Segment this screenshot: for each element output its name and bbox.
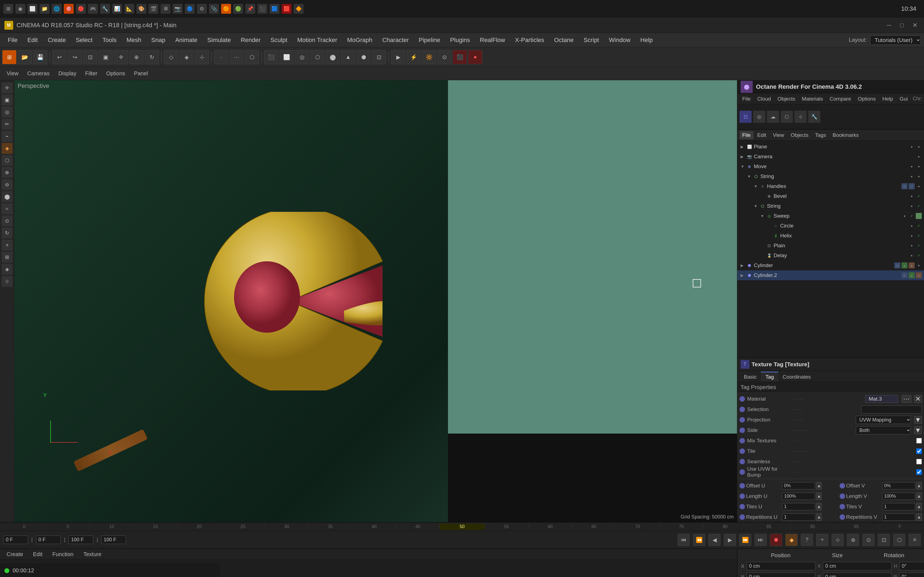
tiles-v-input[interactable]: [882, 503, 915, 510]
menu-pipeline[interactable]: Pipeline: [414, 35, 445, 45]
rep-v-input[interactable]: [882, 514, 915, 521]
tree-item-delay[interactable]: ⌛ Delay ● ✓: [737, 251, 924, 261]
tree-item-cylinder[interactable]: ▶ ⬢ Cylinder ⊡ ▲ ◈ ●: [737, 261, 924, 270]
menu-plugins[interactable]: Plugins: [446, 35, 474, 45]
tool-weld[interactable]: ⊙: [2, 215, 13, 226]
toolbar-scale[interactable]: ⊕: [129, 50, 144, 64]
toolbar-model[interactable]: ◇: [164, 50, 178, 64]
tool-extra2[interactable]: ⊞: [2, 252, 13, 263]
dlflag2[interactable]: ✓: [916, 253, 922, 259]
size-x-input[interactable]: [823, 562, 892, 571]
tile-checkbox[interactable]: [916, 448, 922, 454]
anim-btn1[interactable]: +: [816, 534, 828, 546]
taskbar-icon-3[interactable]: 📁: [40, 4, 50, 14]
play-to-start[interactable]: ⏮: [678, 534, 690, 546]
toolbar-render5[interactable]: ⬛: [453, 50, 467, 64]
view-tab-cameras[interactable]: Cameras: [24, 69, 53, 78]
menu-motiontracker[interactable]: Motion Tracker: [293, 35, 342, 45]
oct-icon-1[interactable]: ⊡: [740, 111, 751, 123]
taskbar-icon-7[interactable]: 🎮: [88, 4, 98, 14]
flag-vis[interactable]: ●: [909, 144, 915, 150]
taskbar-icon-11[interactable]: 🎨: [136, 4, 146, 14]
cylflag2[interactable]: ▲: [901, 263, 908, 268]
toolbar-obj5[interactable]: ⬤: [326, 50, 340, 64]
tiles-v-up[interactable]: ▲: [916, 503, 922, 511]
tool-select1[interactable]: ▣: [2, 95, 13, 105]
oct-icon-5[interactable]: ⊹: [795, 111, 806, 123]
toolbar-texture[interactable]: ◈: [179, 50, 194, 64]
menu-select[interactable]: Select: [71, 35, 97, 45]
material-browse-btn[interactable]: ⋯: [901, 395, 911, 403]
play-to-end[interactable]: ⏭: [754, 534, 767, 546]
menu-character[interactable]: Character: [378, 35, 414, 45]
octane-menu-compare[interactable]: Compare: [827, 95, 854, 103]
cyl2flag2[interactable]: ▲: [909, 272, 915, 278]
frame-field[interactable]: [3, 535, 28, 544]
menu-script[interactable]: Script: [579, 35, 603, 45]
anim-btn5[interactable]: ⊡: [878, 534, 890, 546]
anim-btn7[interactable]: ≡: [909, 534, 921, 546]
obj-tab-edit[interactable]: Edit: [754, 131, 769, 139]
offset-v-up[interactable]: ▲: [916, 482, 922, 490]
layout-select[interactable]: Tutorials (User): [870, 35, 921, 45]
toolbar-move[interactable]: ✛: [114, 50, 128, 64]
hxflag1[interactable]: ●: [909, 233, 915, 239]
max-frame-field[interactable]: [101, 535, 126, 544]
toolbar-new[interactable]: ⊞: [2, 50, 16, 64]
toolbar-obj6[interactable]: ▲: [341, 50, 355, 64]
oct-icon-4[interactable]: ⬡: [781, 111, 793, 123]
toolbar-open[interactable]: 📂: [18, 50, 32, 64]
octane-menu-file[interactable]: File: [740, 95, 753, 103]
tool-extra3[interactable]: ◈: [2, 264, 13, 275]
tool-bevel[interactable]: ⊕: [2, 167, 13, 178]
toolbar-render4[interactable]: ⊙: [437, 50, 452, 64]
side-select[interactable]: Both: [856, 426, 911, 434]
view-tab-view[interactable]: View: [3, 69, 22, 78]
flag-render[interactable]: ●: [916, 144, 922, 150]
swflag3[interactable]: [916, 213, 922, 219]
oct-icon-2[interactable]: ◎: [753, 111, 765, 123]
taskbar-icon-5[interactable]: 🎯: [64, 4, 74, 14]
view-tab-filter[interactable]: Filter: [82, 69, 101, 78]
toolbar-obj7[interactable]: ⬢: [356, 50, 371, 64]
taskbar-icon-14[interactable]: 📷: [173, 4, 183, 14]
taskbar-icon-6[interactable]: 🔴: [76, 4, 86, 14]
record-btn[interactable]: ⏺: [770, 534, 782, 546]
hflag3[interactable]: ●: [916, 183, 922, 189]
menu-create[interactable]: Create: [43, 35, 70, 45]
cflag1[interactable]: ●: [909, 223, 915, 229]
tool-select2[interactable]: ◎: [2, 106, 13, 118]
pflag1[interactable]: ●: [909, 243, 915, 249]
toolbar-undo[interactable]: ↩: [52, 50, 66, 64]
tool-bridge[interactable]: ⊖: [2, 179, 13, 190]
toolbar-live[interactable]: ⊡: [83, 50, 97, 64]
hflag1[interactable]: ⊡: [901, 183, 908, 189]
taskbar-icon-1[interactable]: ◉: [15, 4, 25, 14]
viewport[interactable]: Perspective: [14, 80, 737, 522]
step-back[interactable]: ⏪: [693, 534, 705, 546]
anim-btn2[interactable]: ⊹: [832, 534, 844, 546]
menu-render[interactable]: Render: [236, 35, 265, 45]
taskbar-icon-17[interactable]: 📎: [209, 4, 219, 14]
hxflag2[interactable]: ✓: [916, 233, 922, 239]
tree-item-string1[interactable]: ▼ ⬡ String ● ●: [737, 171, 924, 181]
toolbar-edges[interactable]: ⋯: [229, 50, 244, 64]
menu-mograph[interactable]: MoGraph: [342, 35, 377, 45]
tree-item-bevel[interactable]: ⊕ Bevel ● ✓: [737, 191, 924, 201]
tool-smooth[interactable]: ≈: [2, 203, 13, 214]
mat-tab-edit[interactable]: Edit: [30, 550, 46, 559]
toolbar-obj2[interactable]: ⬜: [279, 50, 294, 64]
props-tab-basic[interactable]: Basic: [740, 372, 761, 382]
mat-tab-create[interactable]: Create: [3, 550, 26, 559]
toolbar-polygons[interactable]: ⬡: [245, 50, 259, 64]
menu-snap[interactable]: Snap: [147, 35, 170, 45]
oct-icon-6[interactable]: 🔧: [808, 111, 820, 123]
props-tab-tag[interactable]: Tag: [761, 372, 778, 382]
dlflag1[interactable]: ●: [909, 253, 915, 259]
octane-menu-help[interactable]: Help: [879, 95, 896, 103]
taskbar-icon-19[interactable]: 🟢: [233, 4, 243, 14]
mix-textures-checkbox[interactable]: [916, 438, 922, 443]
taskbar-icon-24[interactable]: 🔶: [294, 4, 304, 14]
play-forward[interactable]: ▶: [724, 534, 736, 546]
toolbar-redo[interactable]: ↪: [68, 50, 82, 64]
